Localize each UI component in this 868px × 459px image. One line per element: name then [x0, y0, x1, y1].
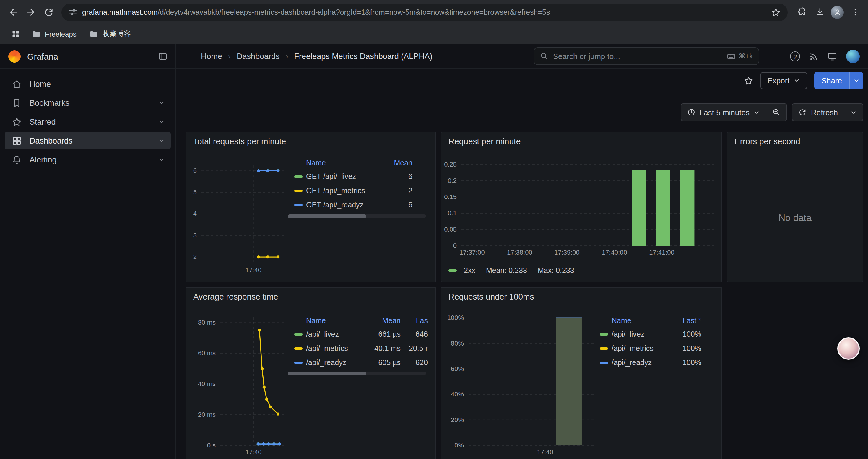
assistant-avatar-widget[interactable] — [837, 337, 860, 360]
user-avatar[interactable] — [846, 50, 860, 63]
news-rss-icon[interactable] — [809, 52, 818, 61]
series-color-dash — [600, 348, 608, 350]
legend-scrollbar[interactable] — [288, 215, 426, 218]
series-color-dash — [294, 333, 303, 335]
series-name[interactable]: /api/_livez — [612, 330, 672, 338]
bookmark-folder[interactable]: 收藏博客 — [85, 27, 135, 41]
breadcrumb-dashboards[interactable]: Dashboards — [237, 52, 280, 61]
svg-text:6: 6 — [193, 167, 197, 174]
series-color-dash — [294, 190, 303, 192]
extensions-icon[interactable] — [794, 4, 810, 21]
series-name[interactable]: /api/_readyz — [306, 359, 359, 367]
request-per-minute-chart[interactable]: 0.250.20.150.10.05017:37:0017:38:0017:39… — [441, 132, 723, 283]
legend-col-name[interactable]: Name — [294, 159, 379, 167]
downloads-icon[interactable] — [811, 4, 828, 21]
profile-avatar[interactable] — [829, 4, 845, 21]
series-name[interactable]: /api/_readyz — [612, 359, 672, 367]
time-range-picker[interactable]: Last 5 minutes — [681, 103, 767, 121]
grafana-app: Grafana Home › Dashboards › Freeleaps Me… — [0, 44, 868, 459]
legend-row[interactable]: /api/_livez 661 µs 646 — [294, 327, 428, 341]
requests-under-100ms-chart[interactable]: 100%80%60%40%20%0%17:40 — [441, 288, 723, 459]
svg-text:0 s: 0 s — [207, 441, 216, 449]
url-bar[interactable]: grafana.mathmast.com/d/deytv4rwavabkb/fr… — [61, 3, 788, 21]
bookmark-folder[interactable]: Freeleaps — [27, 27, 81, 41]
site-settings-icon[interactable] — [68, 8, 78, 17]
svg-text:40 ms: 40 ms — [198, 380, 216, 388]
reload-button[interactable] — [40, 4, 57, 21]
svg-text:80 ms: 80 ms — [198, 319, 216, 326]
search-bar[interactable]: ⌘+k — [533, 47, 759, 65]
series-name[interactable]: GET /api/_metrics — [306, 187, 379, 195]
legend-row[interactable]: /api/_metrics 40.1 ms 20.5 r — [294, 341, 428, 356]
chevron-down-icon[interactable] — [158, 100, 165, 106]
bookmark-icon — [12, 98, 22, 108]
series-mean: 2 — [379, 187, 412, 195]
legend-col-name[interactable]: Name — [294, 317, 359, 325]
legend-row[interactable]: GET /api/_livez 6 — [294, 169, 412, 184]
legend-col-mean[interactable]: Mean — [379, 159, 412, 167]
legend-scrollbar[interactable] — [288, 371, 426, 375]
menu-kebab-icon[interactable] — [847, 4, 863, 21]
display-icon[interactable] — [827, 52, 837, 61]
breadcrumb-home[interactable]: Home — [201, 52, 222, 61]
legend-row[interactable]: /api/_metrics 100% — [600, 341, 701, 356]
forward-button[interactable] — [23, 4, 39, 21]
sidebar-item-dashboards[interactable]: Dashboards — [5, 132, 171, 150]
panel-title[interactable]: Errors per second — [735, 136, 800, 146]
time-controls: Last 5 minutes Refresh — [681, 103, 863, 121]
refresh-button[interactable]: Refresh — [792, 103, 844, 121]
back-button[interactable] — [5, 4, 21, 21]
svg-text:0: 0 — [453, 242, 457, 249]
help-icon[interactable]: ? — [790, 52, 800, 61]
series-name[interactable]: /api/_metrics — [306, 345, 359, 353]
sidebar-item-bookmarks[interactable]: Bookmarks — [5, 94, 171, 112]
refresh-interval-caret[interactable] — [844, 103, 863, 121]
sidebar-item-starred[interactable]: Starred — [5, 113, 171, 131]
export-button[interactable]: Export — [760, 72, 807, 89]
svg-text:17:40:00: 17:40:00 — [602, 249, 627, 256]
sidebar-item-alerting[interactable]: Alerting — [5, 151, 171, 168]
svg-text:4: 4 — [193, 210, 197, 218]
chevron-down-icon[interactable] — [158, 137, 165, 144]
legend-row[interactable]: /api/_livez 100% — [600, 327, 701, 341]
apps-grid-icon[interactable] — [7, 26, 24, 42]
breadcrumb-separator: › — [228, 52, 231, 61]
series-last: 620 — [401, 359, 428, 367]
legend-row[interactable]: /api/_readyz 100% — [600, 356, 701, 370]
sidebar-item-home[interactable]: Home — [5, 75, 171, 93]
panel-request-per-minute: Request per minute 0.250.20.150.10.05017… — [441, 132, 722, 282]
favorite-star-icon[interactable] — [744, 76, 753, 85]
screen: grafana.mathmast.com/d/deytv4rwavabkb/fr… — [0, 0, 868, 459]
search-input[interactable] — [553, 52, 722, 61]
chevron-down-icon[interactable] — [158, 156, 165, 163]
legend-row[interactable]: /api/_readyz 605 µs 620 — [294, 356, 428, 370]
series-name[interactable]: GET /api/_readyz — [306, 201, 379, 209]
share-button[interactable]: Share — [814, 72, 863, 89]
zoom-out-button[interactable] — [767, 103, 787, 121]
scrollbar-thumb[interactable] — [288, 215, 367, 218]
legend[interactable]: 2xx Mean: 0.233 Max: 0.233 — [448, 266, 574, 275]
sidebar: Home Bookmarks Starred — [0, 44, 176, 459]
series-mean: 661 µs — [359, 330, 401, 338]
bookmark-label: Freeleaps — [45, 30, 76, 38]
series-name[interactable]: /api/_metrics — [612, 345, 672, 353]
legend-col-last[interactable]: Las — [401, 317, 428, 325]
series-color-dash — [600, 333, 608, 335]
scrollbar-thumb[interactable] — [288, 371, 367, 375]
legend-rows: /api/_livez 100% /api/_metrics 100% /api — [600, 327, 701, 370]
series-last: 100% — [672, 359, 701, 367]
bookmark-star-icon[interactable] — [771, 7, 780, 17]
share-caret-icon[interactable] — [849, 72, 863, 89]
series-name[interactable]: /api/_livez — [306, 330, 359, 338]
legend-table: Name Last * /api/_livez 100% / — [600, 314, 701, 370]
series-name[interactable]: 2xx — [464, 266, 475, 275]
legend-row[interactable]: GET /api/_readyz 6 — [294, 198, 412, 212]
legend-col-name[interactable]: Name — [600, 317, 672, 325]
panel-requests-under-100ms: Requests under 100ms 100%80%60%40%20%0%1… — [441, 287, 722, 459]
legend-col-mean[interactable]: Mean — [359, 317, 401, 325]
series-name[interactable]: GET /api/_livez — [306, 172, 379, 181]
legend-row[interactable]: GET /api/_metrics 2 — [294, 184, 412, 198]
panel-average-response-time: Average response time 80 ms60 ms40 ms20 … — [186, 287, 436, 459]
legend-col-last[interactable]: Last * — [672, 317, 701, 325]
chevron-down-icon[interactable] — [158, 119, 165, 125]
